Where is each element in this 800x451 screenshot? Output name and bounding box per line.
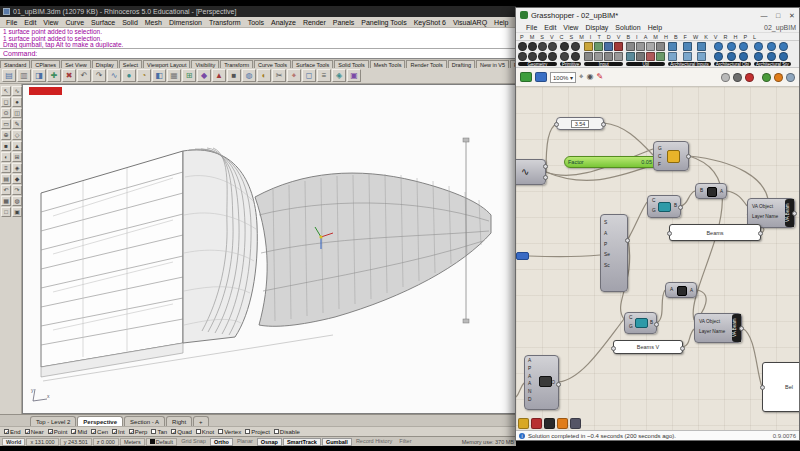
save-file-icon[interactable] [535, 72, 547, 82]
component-tab[interactable]: B [625, 34, 631, 40]
param-icon[interactable] [518, 52, 527, 61]
component-icon[interactable] [754, 42, 763, 51]
geometry-component-lower[interactable]: C G B [624, 312, 657, 334]
osnap-checkbox[interactable] [4, 429, 9, 434]
component-tab[interactable]: K [703, 34, 709, 40]
param-icon[interactable] [538, 52, 547, 61]
output-port[interactable] [543, 175, 548, 180]
param-icon[interactable] [594, 42, 603, 51]
component-tab[interactable]: V [549, 34, 555, 40]
toolbar-tab[interactable]: New in V5 [476, 60, 509, 68]
osnap-checkbox[interactable] [196, 429, 201, 434]
curve-param-component[interactable]: ∿ [516, 159, 546, 185]
side-toolbar-icon[interactable]: ⊞ [12, 152, 22, 162]
menu-item[interactable]: Help [491, 19, 511, 26]
param-icon[interactable] [548, 52, 557, 61]
toolbar-icon[interactable]: ⌖ [287, 69, 301, 82]
input-port-label[interactable]: P [604, 243, 627, 248]
osnap-option[interactable]: Int [112, 429, 125, 435]
zoom-extents-icon[interactable]: ⌖ [579, 72, 584, 82]
component-tab[interactable]: R [722, 34, 728, 40]
param-icon[interactable] [668, 42, 677, 51]
menu-item[interactable]: Edit [21, 19, 39, 26]
component-tab[interactable]: I [635, 34, 639, 40]
menu-item[interactable]: Paneling Tools [358, 19, 409, 26]
osnap-checkbox[interactable] [171, 429, 176, 434]
toolbar-tab[interactable]: Visibility [191, 60, 219, 68]
component-icon[interactable] [767, 42, 776, 51]
component-tab[interactable]: L [752, 34, 757, 40]
layer-indicator[interactable]: Default [146, 438, 177, 446]
param-icon[interactable] [538, 42, 547, 51]
menu-item[interactable]: Curve [62, 19, 87, 26]
side-toolbar-icon[interactable]: ⊕ [1, 130, 11, 140]
toolbar-tab[interactable]: Solid Tools [334, 60, 369, 68]
toolbar-icon[interactable]: ▦ [167, 69, 181, 82]
toolbar-tab[interactable]: CPlanes [31, 60, 60, 68]
grasshopper-canvas[interactable]: ∿ 3.54 Factor 0.05 G C F C G [516, 87, 799, 430]
component-tab[interactable]: H [732, 34, 738, 40]
component-icon[interactable] [727, 52, 736, 61]
va-style-component[interactable]: SAPSeSc [600, 214, 628, 292]
text-panel-right[interactable]: Bel [762, 362, 799, 412]
solver-pause-icon[interactable] [745, 73, 754, 82]
side-toolbar-icon[interactable]: ◈ [12, 163, 22, 173]
toolbar-tab[interactable]: Set View [61, 60, 91, 68]
menu-item[interactable]: Transform [206, 19, 244, 26]
side-toolbar-icon[interactable]: ◫ [12, 108, 22, 118]
param-icon[interactable] [518, 42, 527, 51]
menu-item[interactable]: Mesh [142, 19, 165, 26]
side-toolbar-icon[interactable]: ✎ [12, 119, 22, 129]
param-icon[interactable] [697, 52, 706, 61]
component-tab[interactable]: S [569, 34, 575, 40]
osnap-checkbox[interactable] [91, 429, 96, 434]
side-toolbar-icon[interactable]: ▣ [12, 207, 22, 217]
osnap-option[interactable]: End [4, 429, 21, 435]
open-file-icon[interactable] [520, 72, 532, 82]
status-toggle[interactable]: Grid Snap [178, 438, 209, 446]
param-icon[interactable] [584, 52, 593, 61]
toolbar-tab[interactable]: Transform [220, 60, 253, 68]
component-tab[interactable]: M [578, 34, 585, 40]
menu-item[interactable]: View [40, 19, 61, 26]
output-port[interactable] [739, 326, 744, 331]
input-port-label[interactable]: Se [604, 253, 627, 258]
param-icon[interactable] [560, 42, 569, 51]
osnap-checkbox[interactable] [25, 429, 30, 434]
status-toggle[interactable]: Ortho [210, 438, 233, 446]
side-toolbar-icon[interactable]: ▤ [1, 174, 11, 184]
panel-group-label[interactable]: Primitive [560, 62, 581, 66]
sketch-pen-icon[interactable]: ✎ [597, 72, 604, 82]
toolbar-icon[interactable]: ✚ [47, 69, 61, 82]
input-port-label[interactable]: S [604, 221, 627, 226]
side-toolbar-icon[interactable]: ⊙ [1, 108, 11, 118]
param-icon[interactable] [604, 52, 613, 61]
toolbar-icon[interactable]: ✖ [62, 69, 76, 82]
param-icon[interactable] [646, 42, 655, 51]
component-tab[interactable]: S [539, 34, 545, 40]
osnap-option[interactable]: Cen [91, 429, 108, 435]
input-port[interactable] [760, 385, 765, 390]
toolbar-icon[interactable]: ● [122, 69, 136, 82]
component-icon[interactable] [779, 42, 788, 51]
component-tab[interactable]: V [713, 34, 719, 40]
widget-icon[interactable] [557, 418, 568, 429]
input-port-label[interactable]: N [528, 390, 558, 395]
param-icon[interactable] [683, 52, 692, 61]
component-icon[interactable] [714, 42, 723, 51]
side-toolbar-icon[interactable]: ↖ [1, 86, 11, 96]
component-tab[interactable]: P [742, 34, 748, 40]
menu-item[interactable]: Render [300, 19, 329, 26]
component-tab[interactable]: T [596, 34, 601, 40]
va-beam-component-lower[interactable]: VA Object Layer Name VA Beam [694, 313, 742, 343]
paneling-component[interactable]: G C F [653, 141, 689, 171]
status-toggle[interactable]: Filter [396, 438, 414, 446]
toolbar-tab[interactable]: Viewport Layout [143, 60, 190, 68]
side-toolbar-icon[interactable]: ◍ [12, 196, 22, 206]
widget-icon[interactable] [544, 418, 555, 429]
input-port[interactable] [554, 122, 559, 127]
output-port[interactable] [625, 238, 630, 243]
side-toolbar-icon[interactable]: ◻ [1, 97, 11, 107]
maximize-button[interactable]: □ [771, 9, 785, 22]
osnap-option[interactable]: Mid [71, 429, 87, 435]
